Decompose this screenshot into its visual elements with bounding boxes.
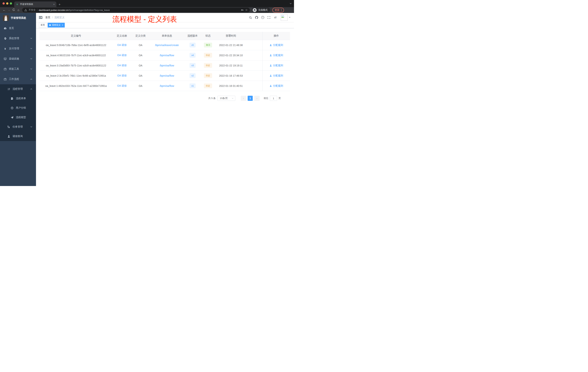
search-icon[interactable] <box>247 16 253 19</box>
cell-deploy_time: 2022-01-16 17:46:53 <box>215 71 247 81</box>
sidebar-item-研发工具[interactable]: 研发工具 <box>0 64 36 74</box>
cell-id: oa_leave:5:004b710b-7b8a-11ec-8ef0-acde4… <box>40 40 112 50</box>
forward-button[interactable]: → <box>7 9 11 11</box>
address-bar[interactable]: 不安全 dashboard.yudao.iocoder.cn/bpm/manag… <box>22 8 250 12</box>
chevron-down-icon <box>30 68 32 70</box>
assign-rule-action[interactable]: 分配规则 <box>269 44 283 47</box>
github-icon[interactable] <box>253 16 260 19</box>
avatar-broken-image[interactable] <box>281 14 288 21</box>
name-link[interactable]: OA 请假 <box>117 64 126 67</box>
row-spacer <box>247 50 262 60</box>
page-size-select[interactable]: 10条/页 <box>218 96 235 101</box>
chevron-down-icon <box>30 126 32 128</box>
cell-name: OA 请假 <box>112 60 131 70</box>
cell-deploy_time: 2022-01-16 01:40:51 <box>215 81 247 91</box>
status-tag: 激活 <box>204 43 212 47</box>
cell-status: 挂起 <box>201 71 215 81</box>
cell-category: OA <box>131 81 150 91</box>
sidebar-item-流程模型[interactable]: 流程模型 <box>0 113 36 122</box>
new-tab-button[interactable]: + <box>59 3 61 6</box>
yen-icon: ¥ <box>4 47 7 50</box>
prev-page-button[interactable]: ‹ <box>241 96 246 101</box>
form-link[interactable]: /bpm/oa/flow <box>160 54 174 57</box>
sidebar-item-请假查询[interactable]: 请假查询 <box>0 131 36 141</box>
assign-rule-action[interactable]: 分配规则 <box>269 74 283 77</box>
version-tag: v1 <box>190 84 196 88</box>
minimize-window-button[interactable] <box>6 2 8 5</box>
cell-category: OA <box>131 50 150 60</box>
close-window-button[interactable] <box>2 2 5 5</box>
tag-label: 首页 <box>41 23 45 27</box>
sidebar-item-label: 任务管理 <box>12 125 23 129</box>
font-size-icon[interactable]: tT <box>272 16 279 19</box>
select-caret-icon <box>232 97 234 99</box>
bookmark-star-icon[interactable]: ☆ <box>245 8 248 12</box>
tag-首页[interactable]: 首页 <box>39 23 47 27</box>
sidebar-item-用户分组[interactable]: 用户分组 <box>0 103 36 113</box>
home-button[interactable]: ⌂ <box>16 9 21 11</box>
status-tag: 挂起 <box>204 63 212 68</box>
logo-rabbit-avatar <box>3 15 9 21</box>
tag-label: 流程定义 <box>52 23 61 27</box>
chevron-down-icon[interactable] <box>289 16 291 19</box>
reload-button[interactable] <box>11 8 16 12</box>
version-tag: v3 <box>190 63 196 68</box>
chevron-up-icon <box>30 88 32 90</box>
assign-rule-action[interactable]: 分配规则 <box>269 84 283 88</box>
cell-name: OA 请假 <box>112 40 131 50</box>
security-label[interactable]: 不安全 <box>29 8 36 12</box>
sidebar-item-首页[interactable]: 首页 <box>0 23 36 33</box>
form-link[interactable]: /bpm/oa/flow <box>160 64 174 67</box>
name-link[interactable]: OA 请假 <box>117 44 126 47</box>
sidebar-item-支付管理[interactable]: ¥支付管理 <box>0 44 36 54</box>
cell-version: v4 <box>184 50 201 60</box>
back-button[interactable]: ← <box>2 9 7 11</box>
password-key-icon[interactable] <box>241 9 244 11</box>
sidebar-item-工作流程[interactable]: 工作流程 <box>0 74 36 84</box>
name-link[interactable]: OA 请假 <box>117 54 126 57</box>
browser-tab[interactable]: 芋道管理系统 × <box>14 1 56 7</box>
version-tag: v4 <box>190 53 196 57</box>
form-link[interactable]: /bpm/oa/leave/create <box>155 44 179 47</box>
sidebar-item-label: 流程管理 <box>12 87 23 91</box>
assign-rule-action[interactable]: 分配规则 <box>269 64 283 67</box>
help-icon[interactable]: ? <box>260 16 266 19</box>
name-link[interactable]: OA 请假 <box>117 84 126 88</box>
sidebar-item-label: 研发工具 <box>9 67 19 71</box>
form-link[interactable]: /bpm/oa/flow <box>160 85 174 87</box>
list-icon <box>7 88 10 91</box>
row-spacer <box>247 81 262 91</box>
tag-流程定义[interactable]: 流程定义× <box>48 23 65 27</box>
form-link[interactable]: /bpm/oa/flow <box>160 74 174 77</box>
tag-close-icon[interactable]: × <box>62 24 63 26</box>
next-page-button[interactable]: › <box>254 96 260 101</box>
definition-table: 定义编号定义名称定义分类表单信息流程版本状态部署时间操作 oa_leave:5:… <box>40 32 290 91</box>
workflow-submenu: 流程管理流程表单用户分组流程模型任务管理请假查询 <box>0 84 36 141</box>
goto-page-input[interactable] <box>270 96 277 101</box>
sidebar-item-流程管理[interactable]: 流程管理 <box>0 84 36 94</box>
user-icon <box>269 75 272 77</box>
update-label: 更新 <box>275 8 279 12</box>
tab-search-chevron-icon[interactable] <box>289 2 292 5</box>
sidebar-menu: 首页系统管理¥支付管理基础设施研发工具工作流程流程管理流程表单用户分组流程模型任… <box>0 23 36 141</box>
assign-rule-action[interactable]: 分配规则 <box>269 54 283 57</box>
sidebar-item-基础设施[interactable]: 基础设施 <box>0 54 36 64</box>
name-link[interactable]: OA 请假 <box>117 74 126 77</box>
tab-close-icon[interactable]: × <box>53 3 55 6</box>
user-icon <box>269 85 272 87</box>
sidebar-collapse-icon[interactable] <box>39 16 42 19</box>
cell-name: OA 请假 <box>112 71 131 81</box>
page-number-button[interactable]: 1 <box>248 96 253 101</box>
breadcrumb-home[interactable]: 首页 <box>45 16 50 19</box>
fullscreen-icon[interactable] <box>266 16 272 19</box>
sidebar-item-流程表单[interactable]: 流程表单 <box>0 94 36 103</box>
sidebar-item-系统管理[interactable]: 系统管理 <box>0 33 36 44</box>
row-spacer <box>247 71 262 81</box>
column-header-定义编号: 定义编号 <box>40 32 112 40</box>
security-warning-icon <box>24 9 27 11</box>
status-tag: 挂起 <box>204 84 212 88</box>
zoom-window-button[interactable] <box>10 2 12 5</box>
browser-update-menu-button[interactable]: 更新 <box>272 8 284 12</box>
sidebar-item-任务管理[interactable]: 任务管理 <box>0 122 36 131</box>
sidebar-item-label: 用户分组 <box>16 106 26 109</box>
